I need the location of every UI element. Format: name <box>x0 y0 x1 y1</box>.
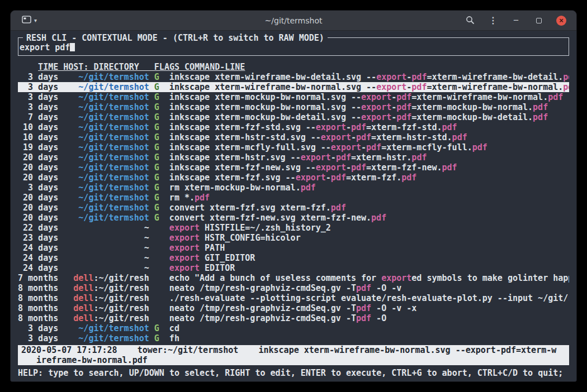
help-line: HELP: type to search, UP/DOWN to select,… <box>18 368 569 378</box>
text-cursor <box>70 43 75 51</box>
history-row[interactable]: 19 days~/git/termshotGinkscape xterm-mcf… <box>18 142 569 152</box>
kebab-menu-icon: ⋮ <box>489 16 498 25</box>
history-row[interactable]: 20 days~/git/termshotGconvert xterm-fzf.… <box>18 203 569 213</box>
terminal-tab-icon <box>22 16 31 25</box>
search-box-title: RESH CLI - CONTEXTUAL MODE - (CTRL+R to … <box>23 33 328 43</box>
history-row[interactable]: 24 days~export GIT_EDITOR <box>18 253 569 263</box>
history-row[interactable]: 3 days~/git/termshotGfh <box>18 333 569 343</box>
restore-button[interactable] <box>533 15 545 26</box>
search-icon <box>466 16 475 26</box>
history-row[interactable]: 10 days~/git/termshotGinkscape xterm-hst… <box>18 132 569 142</box>
chevron-down-icon: ▾ <box>34 17 37 23</box>
history-row[interactable]: 24 days~export PATH <box>18 243 569 253</box>
history-row[interactable]: 20 days~/git/termshotGrm *.pdf <box>18 193 569 203</box>
history-row[interactable]: 8 monthsdell:~/git/reshneato /tmp/resh-g… <box>18 313 569 323</box>
history-row[interactable]: 3 days~/git/termshotGinkscape xterm-wire… <box>18 72 569 82</box>
desktop-background: ▾ ~/git/termshot ⋮ − × <box>0 0 587 392</box>
history-row[interactable]: 3 days~/git/termshotGrm xterm-mockup-bw-… <box>18 183 569 193</box>
new-tab-button[interactable]: ▾ <box>22 16 37 25</box>
search-query-line[interactable]: export pdf <box>20 42 567 52</box>
history-row[interactable]: 3 days~/git/termshotGcd <box>18 323 569 333</box>
titlebar: ▾ ~/git/termshot ⋮ − × <box>11 11 576 31</box>
history-row[interactable]: 3 days~/git/termshotGinkscape xterm-mock… <box>18 102 569 112</box>
search-box[interactable]: RESH CLI - CONTEXTUAL MODE - (CTRL+R to … <box>18 37 569 56</box>
history-row[interactable]: 20 days~/git/termshotGconvert xterm-fzf-… <box>18 213 569 223</box>
history-row[interactable]: 7 days~/git/termshotGinkscape xterm-mock… <box>18 112 569 122</box>
table-header: TIME HOST: DIRECTORY FLAGS COMMAND-LINE <box>18 62 569 72</box>
history-row[interactable]: 10 days~/git/termshotGinkscape xterm-fzf… <box>18 122 569 132</box>
history-row[interactable]: 24 days~export EDITOR <box>18 263 569 273</box>
restore-icon <box>536 18 542 23</box>
search-query: export pdf <box>20 42 70 52</box>
history-row[interactable]: 23 days~export HSTR_CONFIG=hicolor <box>18 233 569 243</box>
close-button[interactable]: × <box>556 16 566 26</box>
history-row[interactable]: 7 monthsdell:~/git/reshecho "Add a bunch… <box>18 273 569 283</box>
history-row[interactable]: 3 days~/git/termshotGinkscape xterm-mock… <box>18 92 569 102</box>
history-row[interactable]: 20 days~/git/termshotGinkscape xterm-fzf… <box>18 162 569 173</box>
status-line-1: 2020-05-07 17:17:28 tower:~/git/termshot… <box>21 345 566 355</box>
history-row[interactable]: 8 monthsdell:~/git/reshneato /tmp/resh-g… <box>18 283 569 293</box>
terminal-window: ▾ ~/git/termshot ⋮ − × <box>10 10 577 382</box>
history-row[interactable]: 20 days~/git/termshotGinkscape xterm-fzf… <box>18 173 569 183</box>
minimize-button[interactable]: − <box>510 15 522 26</box>
close-icon: × <box>559 16 564 25</box>
status-line-2: ireframe-bw-normal.pdf <box>21 355 566 365</box>
menu-button[interactable]: ⋮ <box>487 15 499 26</box>
table-header-text: TIME HOST: DIRECTORY FLAGS COMMAND-LINE <box>38 62 245 72</box>
terminal-content: RESH CLI - CONTEXTUAL MODE - (CTRL+R to … <box>11 31 576 381</box>
history-rows: 3 days~/git/termshotGinkscape xterm-wire… <box>18 72 569 343</box>
status-bar: 2020-05-07 17:17:28 tower:~/git/termshot… <box>18 345 569 365</box>
search-button[interactable] <box>465 15 476 26</box>
history-row[interactable]: 3 days~/git/termshotGinkscape xterm-wire… <box>18 82 569 92</box>
history-row[interactable]: 8 monthsdell:~/git/resh./resh-evaluate -… <box>18 293 569 303</box>
history-row[interactable]: 20 days~/git/termshotGinkscape xterm-hst… <box>18 152 569 162</box>
history-row[interactable]: 22 days~export HISTFILE=~/.zsh_history_2 <box>18 223 569 233</box>
history-row[interactable]: 8 monthsdell:~/git/reshneato /tmp/resh-g… <box>18 303 569 313</box>
minimize-icon: − <box>513 16 519 25</box>
